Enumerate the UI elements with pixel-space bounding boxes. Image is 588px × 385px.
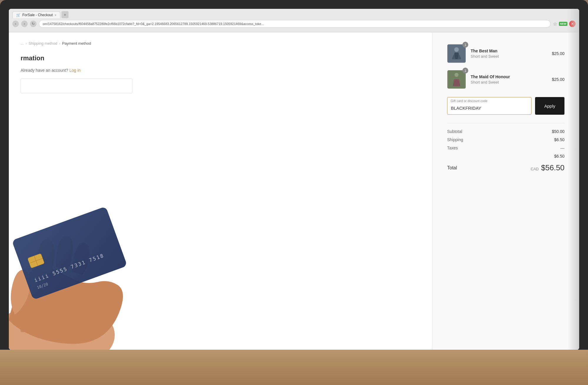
page-content: ... › Shipping method › Payment method r… (9, 32, 579, 350)
item-badge-2: 1 (462, 68, 468, 74)
breadcrumb-sep-1: › (26, 41, 27, 46)
breadcrumb-item-payment: Payment method (62, 41, 91, 46)
item-name-2: The Maid Of Honour (471, 74, 547, 79)
svg-point-10 (454, 47, 459, 52)
breadcrumb-sep-2: › (59, 41, 60, 46)
tab-close-button[interactable]: × (54, 13, 56, 17)
account-prompt: Already have an account? Log in (21, 68, 420, 73)
svg-line-5 (29, 259, 43, 263)
grand-total-value: CAD $56.50 (531, 163, 564, 172)
breadcrumb-item-shipping[interactable]: Shipping method (29, 41, 57, 46)
screen: 🛒 ForSale - Checkout × + ‹ › ↻ om/147581… (9, 9, 579, 350)
svg-line-6 (34, 256, 38, 266)
item-image-wrapper-2: 1 (447, 70, 466, 89)
totals-section: Subtotal $50.00 Shipping $6.50 Taxes — $… (447, 123, 564, 172)
section-title-text: rmation (21, 54, 44, 62)
new-badge: NEW (559, 22, 567, 26)
taxes-label: Taxes (447, 146, 458, 150)
shipping-value: $6.50 (554, 137, 564, 142)
browser-chrome: 🛒 ForSale - Checkout × + ‹ › ↻ om/147581… (9, 9, 579, 32)
item-thumbnail-2-svg (447, 70, 466, 89)
apply-button[interactable]: Apply (535, 97, 564, 115)
tab-icon: 🛒 (16, 13, 21, 17)
subtotal-value: $50.00 (552, 129, 564, 134)
login-link[interactable]: Log in (69, 68, 81, 73)
breadcrumb: ... › Shipping method › Payment method (21, 41, 420, 46)
url-text: om/14758162/checkouts/f604458a8752280fe2… (43, 22, 264, 26)
forward-button[interactable]: › (21, 21, 28, 27)
taxes-row: Taxes — (447, 146, 564, 150)
breadcrumb-item-1: ... (21, 41, 24, 46)
grand-total-label: Total (447, 165, 457, 171)
svg-point-12 (454, 73, 459, 77)
svg-text:iiii  5555  7331  7518: iiii 5555 7331 7518 (33, 252, 105, 283)
shipping-row: Shipping $6.50 (447, 137, 564, 142)
subtotal-row: Subtotal $50.00 (447, 129, 564, 134)
form-field-1[interactable] (21, 79, 132, 93)
item-price-1: $25.00 (552, 51, 564, 56)
back-button[interactable]: ‹ (12, 21, 19, 27)
item-name-1: The Best Man (471, 49, 547, 53)
continue-button[interactable]: Continue to shipping method (21, 318, 89, 332)
discount-label: Gift card or discount code (451, 99, 487, 103)
discount-section: Gift card or discount code Apply (447, 97, 564, 115)
currency-code: CAD (531, 167, 539, 171)
svg-rect-1 (12, 206, 127, 300)
browser-controls: ‹ › ↻ om/14758162/checkouts/f604458a8752… (12, 20, 576, 28)
grand-total-amount: $56.50 (541, 163, 564, 172)
subtotal-label: Subtotal (447, 129, 462, 134)
right-panel: 1 The Best Man Short and Sweet $25.00 (432, 32, 579, 350)
item-variant-2: Short and Sweet (471, 80, 547, 84)
desk-surface (0, 350, 588, 385)
svg-rect-4 (28, 254, 44, 268)
left-panel: ... › Shipping method › Payment method r… (9, 32, 432, 350)
address-bar[interactable]: om/14758162/checkouts/f604458a8752280fe2… (39, 20, 551, 28)
item-details-2: The Maid Of Honour Short and Sweet (471, 74, 547, 84)
item-badge-1: 1 (462, 42, 468, 48)
bookmark-icon[interactable]: ☆ (553, 21, 557, 27)
item-price-2: $25.00 (552, 77, 564, 82)
svg-rect-2 (12, 206, 127, 300)
section-title: rmation (21, 54, 420, 62)
item-variant-1: Short and Sweet (471, 54, 547, 59)
refresh-button[interactable]: ↻ (30, 21, 36, 27)
discount-input-wrapper: Gift card or discount code (447, 97, 532, 115)
browser-tab-active[interactable]: 🛒 ForSale - Checkout × (12, 11, 60, 18)
tab-title: ForSale - Checkout (22, 13, 53, 17)
item-image-2 (447, 70, 466, 89)
grand-total-row: Total CAD $56.50 (447, 163, 564, 172)
order-item-2: 1 The Maid Of Honour Short and Sweet $25… (447, 70, 564, 89)
item-image-1 (447, 44, 466, 63)
taxes-value: — (560, 146, 564, 150)
shipping-cost-row: $6.50 (447, 154, 564, 159)
account-prompt-text: Already have an account? (21, 68, 68, 73)
browser-tabs: 🛒 ForSale - Checkout × + (12, 11, 576, 18)
shipping-label: Shipping (447, 137, 463, 142)
screen-edge-shadow (567, 9, 579, 350)
order-item-1: 1 The Best Man Short and Sweet $25.00 (447, 44, 564, 63)
laptop-frame: 🛒 ForSale - Checkout × + ‹ › ↻ om/147581… (0, 0, 588, 385)
new-tab-button[interactable]: + (61, 11, 69, 18)
shipping-cost-value: $6.50 (554, 154, 564, 159)
item-details-1: The Best Man Short and Sweet (471, 49, 547, 59)
item-image-wrapper-1: 1 (447, 44, 466, 63)
item-thumbnail-1-svg (447, 44, 466, 63)
svg-rect-3 (28, 254, 44, 268)
svg-text:10/20: 10/20 (36, 282, 49, 290)
